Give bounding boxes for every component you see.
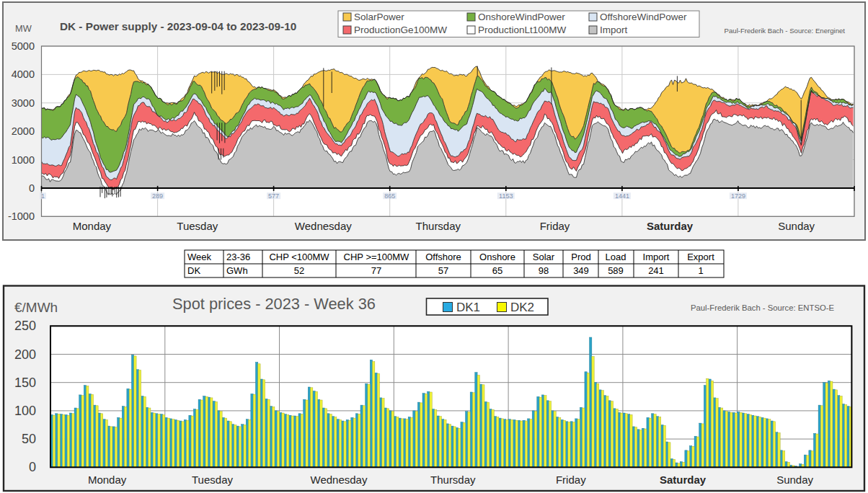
svg-text:65: 65 [492, 265, 502, 276]
svg-text:Tuesday: Tuesday [177, 220, 218, 232]
svg-text:98: 98 [539, 265, 549, 276]
svg-text:Friday: Friday [540, 220, 570, 232]
svg-text:Paul-Frederik Bach - Source: E: Paul-Frederik Bach - Source: Energinet [725, 27, 846, 35]
svg-text:Import: Import [643, 252, 670, 262]
svg-text:23-36: 23-36 [226, 252, 250, 262]
svg-text:DK: DK [187, 265, 200, 276]
svg-text:349: 349 [573, 265, 589, 276]
svg-text:€/MWh: €/MWh [14, 300, 58, 315]
svg-text:50: 50 [22, 432, 36, 446]
svg-text:Wednesday: Wednesday [295, 220, 352, 232]
svg-text:1729: 1729 [731, 192, 745, 200]
svg-text:Saturday: Saturday [647, 220, 694, 232]
svg-text:Friday: Friday [556, 474, 586, 486]
svg-text:Export: Export [687, 252, 714, 262]
svg-text:100: 100 [14, 404, 36, 418]
svg-text:1000: 1000 [12, 154, 35, 166]
svg-text:57: 57 [438, 265, 448, 276]
svg-text:1441: 1441 [615, 192, 629, 200]
svg-text:CHP <100MW: CHP <100MW [269, 252, 329, 262]
svg-text:289: 289 [152, 192, 163, 200]
svg-text:241: 241 [648, 265, 664, 276]
svg-text:Thursday: Thursday [416, 220, 461, 232]
svg-text:Sunday: Sunday [778, 220, 815, 232]
svg-text:SolarPower: SolarPower [354, 12, 404, 22]
svg-text:250: 250 [14, 319, 36, 333]
svg-text:200: 200 [14, 347, 36, 362]
svg-text:1153: 1153 [499, 192, 513, 200]
svg-text:865: 865 [384, 192, 395, 200]
svg-text:150: 150 [14, 376, 36, 390]
svg-text:589: 589 [608, 265, 624, 276]
svg-text:-1000: -1000 [8, 210, 35, 222]
svg-text:Saturday: Saturday [660, 474, 707, 486]
svg-text:Monday: Monday [73, 220, 112, 232]
svg-text:ProductionLt100MW: ProductionLt100MW [478, 25, 567, 35]
svg-text:Spot prices - 2023 - Week 36: Spot prices - 2023 - Week 36 [172, 295, 376, 313]
svg-text:0: 0 [29, 460, 36, 474]
svg-text:Wednesday: Wednesday [311, 474, 368, 486]
svg-text:Solar: Solar [533, 252, 555, 262]
svg-text:Thursday: Thursday [430, 474, 476, 486]
svg-text:MW: MW [15, 23, 32, 34]
svg-text:Monday: Monday [88, 474, 127, 486]
svg-text:GWh: GWh [226, 265, 248, 276]
svg-text:4000: 4000 [12, 68, 35, 80]
svg-text:Offshore: Offshore [425, 252, 461, 262]
svg-text:Paul-Frederik Bach - Source: E: Paul-Frederik Bach - Source: ENTSO-E [691, 303, 834, 312]
svg-text:Prod: Prod [571, 252, 590, 262]
svg-text:5000: 5000 [12, 40, 35, 52]
svg-text:Onshore: Onshore [479, 252, 515, 262]
svg-text:1: 1 [41, 192, 45, 200]
svg-text:Import: Import [600, 25, 628, 35]
svg-text:Week: Week [187, 252, 211, 262]
svg-text:Load: Load [606, 252, 626, 262]
svg-text:ProductionGe100MW: ProductionGe100MW [354, 25, 447, 35]
svg-text:577: 577 [268, 192, 279, 200]
svg-text:OffshoreWindPower: OffshoreWindPower [600, 12, 687, 22]
svg-text:77: 77 [371, 265, 381, 276]
svg-text:CHP >=100MW: CHP >=100MW [344, 252, 410, 262]
svg-text:Sunday: Sunday [776, 474, 813, 486]
svg-text:OnshoreWindPower: OnshoreWindPower [478, 12, 565, 22]
svg-text:2000: 2000 [12, 125, 35, 137]
svg-text:3000: 3000 [12, 97, 35, 109]
svg-text:DK2: DK2 [510, 301, 534, 314]
svg-text:52: 52 [294, 265, 304, 276]
svg-text:1: 1 [698, 265, 703, 276]
svg-text:DK - Power supply - 2023-09-0: DK - Power supply - 2023-09-04 to 2023-0… [60, 20, 296, 32]
svg-text:DK1: DK1 [456, 301, 480, 314]
svg-text:0: 0 [29, 182, 35, 194]
svg-text:Tuesday: Tuesday [192, 474, 233, 486]
